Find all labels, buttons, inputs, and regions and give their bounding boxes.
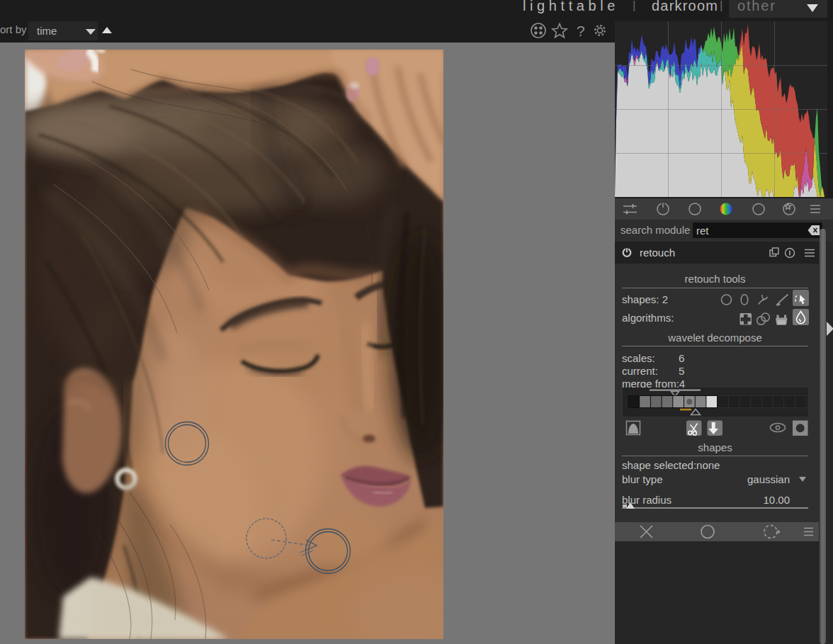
svg-text:?: ? bbox=[577, 23, 585, 39]
